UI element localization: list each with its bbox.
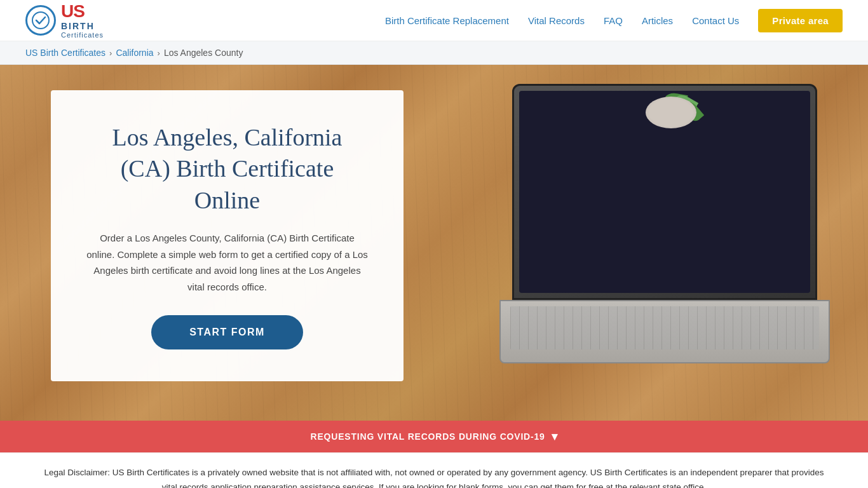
logo-text: US BIRTH Certificates bbox=[61, 2, 104, 39]
main-nav: Birth Certificate Replacement Vital Reco… bbox=[385, 9, 843, 32]
keyboard-keys bbox=[510, 306, 819, 349]
hero-title: Los Angeles, California (CA) Birth Certi… bbox=[86, 122, 369, 216]
keyboard-illustration bbox=[499, 300, 830, 363]
covid-banner[interactable]: REQUESTING VITAL RECORDS DURING COVID-19… bbox=[0, 421, 868, 452]
logo[interactable]: US BIRTH Certificates bbox=[25, 2, 104, 39]
logo-us: US bbox=[61, 2, 104, 22]
breadcrumb-us-birth-certificates[interactable]: US Birth Certificates bbox=[25, 48, 105, 58]
plant-pot bbox=[646, 97, 696, 128]
legal-disclaimer: Legal Disclaimer: US Birth Certificates … bbox=[0, 452, 868, 488]
hero-description: Order a Los Angeles County, California (… bbox=[86, 230, 369, 295]
svg-point-0 bbox=[32, 12, 49, 29]
hero-card: Los Angeles, California (CA) Birth Certi… bbox=[51, 90, 403, 381]
breadcrumb-separator-2: › bbox=[158, 48, 160, 58]
plant-decoration bbox=[633, 65, 709, 128]
start-form-button[interactable]: START FORM bbox=[151, 315, 303, 349]
breadcrumb: US Birth Certificates › California › Los… bbox=[0, 41, 868, 65]
nav-articles[interactable]: Articles bbox=[642, 15, 673, 26]
breadcrumb-separator-1: › bbox=[109, 48, 112, 58]
chevron-down-icon: ▾ bbox=[552, 430, 558, 444]
covid-banner-text: REQUESTING VITAL RECORDS DURING COVID-19 bbox=[311, 431, 545, 442]
logo-birth: BIRTH bbox=[61, 22, 104, 31]
site-header: US BIRTH Certificates Birth Certificate … bbox=[0, 0, 868, 41]
nav-contact-us[interactable]: Contact Us bbox=[692, 15, 739, 26]
breadcrumb-los-angeles-county: Los Angeles County bbox=[164, 48, 243, 58]
nav-birth-certificate-replacement[interactable]: Birth Certificate Replacement bbox=[385, 15, 509, 26]
private-area-button[interactable]: Private area bbox=[758, 9, 843, 32]
nav-faq[interactable]: FAQ bbox=[604, 15, 623, 26]
logo-icon bbox=[25, 5, 56, 36]
breadcrumb-california[interactable]: California bbox=[116, 48, 153, 58]
hero-section: Los Angeles, California (CA) Birth Certi… bbox=[0, 65, 868, 421]
disclaimer-text: Legal Disclaimer: US Birth Certificates … bbox=[38, 466, 830, 488]
logo-certificates: Certificates bbox=[61, 31, 104, 39]
nav-vital-records[interactable]: Vital Records bbox=[528, 15, 585, 26]
